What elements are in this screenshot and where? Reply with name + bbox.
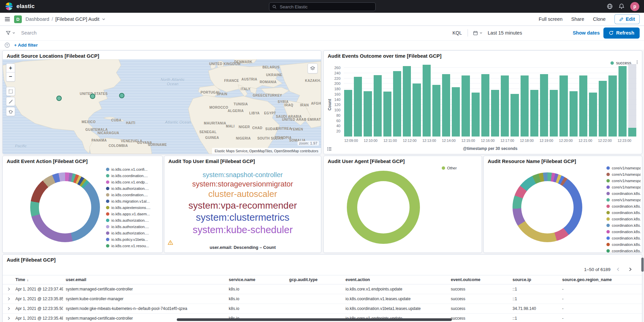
legend-item[interactable]: coordination.k8s... [606,192,641,196]
tag-word[interactable]: system:storageversionmigrator [192,180,293,188]
histogram-bar[interactable] [511,64,519,137]
main-menu-button[interactable] [4,16,10,22]
histogram-bar[interactable] [599,64,607,137]
legend-item[interactable]: coordination.k8s... [606,204,641,208]
histogram-bar[interactable] [550,64,558,137]
refresh-button[interactable]: Refresh [603,28,640,39]
histogram-bar[interactable] [491,64,499,137]
legend-item[interactable]: coordination.k8s... [606,223,641,227]
global-search[interactable] [269,2,376,11]
geo-point[interactable] [119,93,124,98]
next-page-button[interactable] [626,265,635,274]
histogram-bar[interactable] [413,64,421,137]
table-row[interactable]: Apr 1, 2021 @ 12:23:35.855system:kube-co… [3,294,642,304]
vertical-scrollbar[interactable] [641,258,644,272]
column-header[interactable]: user.email [63,275,226,284]
legend-item[interactable]: coordination.k8s... [606,236,641,240]
tag-word[interactable]: system:snapshot-controller [203,171,283,179]
zoom-out-button[interactable]: − [6,72,15,82]
add-filter-link[interactable]: + Add filter [14,43,38,48]
column-header[interactable]: event.action [343,275,448,284]
histogram-bar[interactable] [354,64,362,137]
legend-item[interactable]: io.k8s.authorization.... [106,186,160,191]
legend-toggle-icon[interactable] [327,146,332,152]
user-avatar[interactable]: p [630,2,639,11]
edit-button[interactable]: Edit [614,14,640,24]
histogram-bar[interactable] [579,64,587,137]
kql-button[interactable]: KQL [450,29,464,37]
breadcrumb-dashboard[interactable]: Dashboard [25,16,49,22]
column-header[interactable]: service.name [226,275,286,284]
query-input[interactable] [20,30,447,36]
legend-item[interactable]: coordination.k8s... [606,230,641,234]
histogram-bar[interactable] [442,64,450,137]
title-chevron-down-icon[interactable] [102,17,106,21]
legend-item[interactable]: coordination.k8s... [606,211,641,215]
ua-donut[interactable] [347,171,420,244]
map-attribution[interactable]: Elastic Maps Service, OpenMapTiles, Open… [212,148,321,154]
saved-query-menu-button[interactable] [4,29,17,37]
histogram-bar[interactable] [530,64,538,137]
histogram-bar[interactable] [608,64,616,137]
filter-circle-icon[interactable] [4,42,10,48]
legend-item[interactable]: core/v1/namespa... [606,179,641,183]
legend-item[interactable]: coordination.k8s... [606,243,641,247]
legend-item[interactable]: io.k8s.coordination.... [106,193,160,197]
help-globe-button[interactable] [607,3,613,9]
legend-item[interactable]: io.k8s.apps.v1.daem... [106,212,160,216]
histogram-bar[interactable] [393,64,401,137]
legend-item[interactable]: core/v1/namespa... [606,166,641,170]
legend-item[interactable]: coordination.k8s... [606,249,641,253]
geo-point[interactable] [56,96,62,101]
histogram-bar[interactable] [628,64,636,137]
tag-word[interactable]: cluster-autoscaler [208,189,277,199]
histogram-bar[interactable] [540,64,548,137]
notifications-bell-button[interactable] [619,3,625,9]
horizontal-scrollbar[interactable] [177,318,452,321]
show-dates-link[interactable]: Show dates [573,30,600,36]
column-header[interactable]: source.ip [510,275,559,284]
histogram-bar[interactable] [462,64,470,137]
tag-word[interactable]: system:clustermetrics [196,212,289,223]
table-row[interactable]: Apr 1, 2021 @ 12:23:37.494system:managed… [3,284,642,294]
action-donut[interactable] [30,172,100,242]
legend-item[interactable]: io.k8s.core.v1.endp... [106,180,160,184]
warning-icon[interactable] [168,240,173,245]
legend-item[interactable]: io.k8s.apiextensions.... [106,206,160,210]
histogram-bar[interactable] [364,64,372,137]
column-header[interactable]: Time↓ [13,275,63,284]
table-row[interactable]: Apr 1, 2021 @ 12:23:35.500system:node:gk… [3,304,642,314]
histogram-bar[interactable] [521,64,529,137]
legend-item[interactable]: io.k8s.authorization.... [106,225,160,229]
share-button[interactable]: Share [571,16,584,22]
histogram-bar[interactable] [570,64,578,137]
legend-item[interactable]: coordination.k8s... [606,217,641,221]
column-header[interactable]: source.geo.region_name [559,275,642,284]
histogram-bar[interactable] [559,64,568,137]
column-header[interactable]: gcp.audit.type [286,275,343,284]
legend-item[interactable]: core/v1/namespa... [606,185,641,189]
global-search-input[interactable] [279,4,372,10]
expand-row-chevron[interactable] [3,314,13,322]
histogram-bar[interactable] [344,64,352,137]
zoom-in-button[interactable]: + [6,63,15,72]
histogram-bar[interactable] [481,64,489,137]
legend-item[interactable]: io.k8s.migration.v1al... [106,199,160,203]
tag-word[interactable]: system:vpa-recommender [189,200,297,211]
legend-item[interactable]: io.k8s.core.v1.confi... [106,167,160,171]
elastic-logo-icon[interactable] [5,2,13,11]
legend-item[interactable]: Other [442,166,457,170]
legend-item[interactable]: core/v1/namespa... [606,172,641,176]
measure-tool-button[interactable] [6,97,15,106]
clone-button[interactable]: Clone [593,16,606,22]
histogram-bar[interactable] [619,64,627,137]
legend-item[interactable]: io.k8s.policy.v1beta... [106,237,160,241]
space-badge[interactable]: D [14,15,22,23]
legend-item[interactable]: io.k8s.core.v1.resou... [106,244,160,248]
geo-point[interactable] [90,94,95,99]
legend-item[interactable]: io.k8s.coordination.... [106,174,160,178]
histogram-bar[interactable] [423,64,431,137]
histogram-bar[interactable] [374,64,382,137]
time-range-value[interactable]: Last 15 minutes [488,30,522,36]
expand-row-chevron[interactable] [3,304,13,314]
